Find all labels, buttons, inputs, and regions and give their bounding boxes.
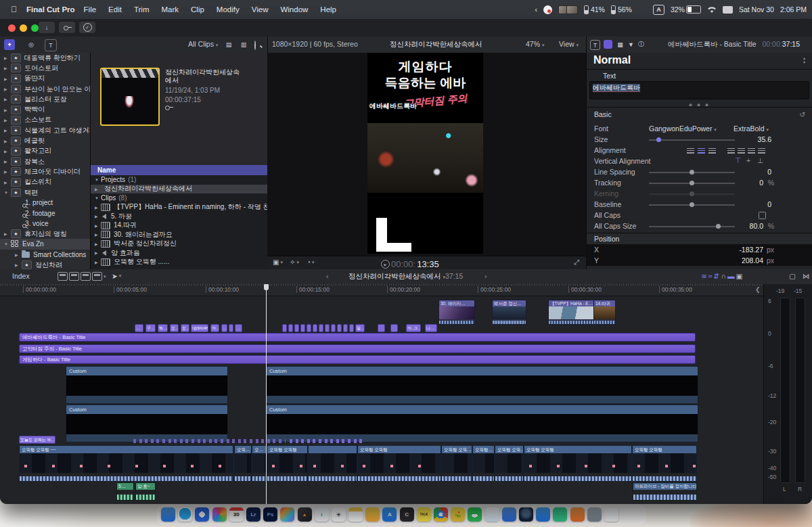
menu-mark[interactable]: Mark [155, 5, 185, 14]
subtitle-title-clip[interactable] [343, 324, 348, 332]
baseline-value[interactable]: 0 [767, 200, 771, 208]
info-inspector-icon[interactable]: ⓘ [637, 40, 646, 49]
device-battery-1[interactable]: 41% [584, 5, 605, 14]
menu-clip[interactable]: Clip [185, 5, 210, 14]
disclosure-triangle-icon[interactable]: ▶ [95, 250, 101, 255]
subtitle-title-clip[interactable]: 오… [181, 324, 189, 332]
subtitle-title-clip[interactable] [294, 324, 299, 332]
index-button[interactable]: Index [12, 272, 30, 280]
clip-filter-popup[interactable]: All Clips ▾ [188, 40, 218, 48]
audio-clip[interactable]: 하트라이브 - 장비를 정지합니다 [633, 482, 697, 501]
snapping-toggle-icon[interactable]: ⇵ [714, 272, 720, 280]
font-weight-popup[interactable]: ExtraBold ▾ [734, 124, 769, 133]
subtitle-title-clip[interactable] [282, 324, 287, 332]
recording-indicator-icon[interactable] [543, 5, 552, 14]
all-caps-size-slider[interactable] [649, 226, 735, 227]
append-edit-icon[interactable] [81, 272, 91, 281]
sidebar-item[interactable]: ▶ ★ 체크아웃 디바이더 [0, 166, 90, 177]
browser-list-row[interactable]: ▶ 박서준 정신차려정신 [91, 239, 267, 249]
dock-app-icon[interactable] [434, 507, 448, 522]
subtitle-title-clip[interactable]: … [235, 324, 242, 332]
size-slider[interactable] [649, 139, 735, 141]
valign-middle-icon[interactable]: + [746, 156, 750, 164]
filmstrip-view-icon[interactable]: ▥ [238, 39, 249, 50]
timeline-project-popup[interactable]: 정신차려이각박한세상속에서 ▾ [348, 272, 445, 281]
filter-inspector-icon[interactable]: ▼ [627, 40, 635, 49]
screenshot-thumbnails[interactable] [558, 5, 578, 14]
justify-icons[interactable] [725, 147, 765, 155]
line-spacing-value[interactable]: 0 [767, 168, 771, 176]
effects-browser-icon[interactable]: ◎ [26, 39, 37, 50]
menu-trim[interactable]: Trim [128, 5, 156, 14]
title-inspector-icon[interactable] [604, 40, 612, 49]
subtitle-title-clip[interactable] [331, 324, 336, 332]
browser-list-row[interactable]: ▶ 30. 왜이러는걸까요 [91, 230, 267, 239]
storyline-clip[interactable]: 오… [252, 445, 267, 482]
dock-app-icon[interactable]: › [315, 507, 329, 522]
browser-list-row[interactable]: ▼ Projects (1) [91, 175, 267, 185]
disclosure-triangle-icon[interactable]: ▶ [15, 262, 22, 267]
subtitle-title-clip[interactable]: 뭐… [158, 324, 168, 332]
disclosure-triangle-icon[interactable]: ▶ [4, 139, 11, 143]
subtitle-title-clip[interactable] [337, 324, 342, 332]
sidebar-item[interactable]: 3. voice [0, 219, 90, 229]
menu-window[interactable]: Window [274, 5, 314, 14]
dock-app-icon[interactable] [178, 507, 192, 522]
dock-app-icon[interactable]: Lr [246, 507, 261, 522]
background-tasks-button[interactable]: ✓ [79, 22, 95, 33]
subtitle-title-clip[interactable]: 오… [170, 324, 179, 332]
browser-list-row[interactable]: ▼ Clips (8) [91, 193, 267, 203]
tool-popup[interactable]: ➤ ▾ [112, 272, 121, 280]
dock-app-icon[interactable]: 30 [229, 507, 244, 522]
disclosure-triangle-icon[interactable]: ▶ [4, 159, 11, 164]
title-clip-small[interactable]: 오늘도 경쾌는 예... [19, 436, 55, 444]
sidebar-item[interactable]: ▶ Smart Collections [0, 250, 90, 260]
font-family-popup[interactable]: GangwonEduPower ▾ [649, 124, 717, 133]
subtitle-title-clip[interactable] [378, 324, 385, 332]
line-spacing-slider[interactable] [649, 172, 735, 173]
dock-app-icon[interactable] [587, 507, 602, 522]
custom-generator-clip[interactable]: Custom [66, 405, 228, 442]
disclosure-triangle-icon[interactable]: ▼ [4, 191, 11, 195]
menu-file[interactable]: File [78, 5, 103, 14]
audio-clip[interactable]: 앙 효~ [135, 482, 156, 501]
disclosure-triangle-icon[interactable]: ▶ [4, 87, 11, 91]
viewer-view-popup[interactable]: View ▾ [559, 40, 579, 48]
storyline-clip[interactable]: 오뚝… [234, 445, 252, 482]
sidebar-item[interactable]: ▼ ★ 택편 [0, 187, 90, 198]
dock-app-icon[interactable] [365, 507, 380, 522]
x-value[interactable]: -183.27 [739, 246, 763, 254]
subtitle-title-clip[interactable] [349, 324, 354, 332]
timeline-ruler[interactable]: 00:00:00:0000:00:05:0000:00:10:0000:00:1… [0, 284, 763, 296]
subtitle-title-clip[interactable] [390, 324, 398, 332]
subtitle-title-clip[interactable]: … [135, 324, 143, 332]
dock-app-icon[interactable]: ⛳ [451, 507, 465, 522]
storyline-clip[interactable]: 오뚝행 오뚝행 [632, 445, 697, 482]
disclosure-triangle-icon[interactable]: ▶ [4, 180, 11, 185]
align-right-icon[interactable] [706, 147, 716, 155]
storyline-clip[interactable]: 오뚝행 오뚝행 [267, 445, 308, 482]
subtitle-title-clip[interactable] [288, 324, 293, 332]
collapse-meters-icon[interactable]: ❮ [755, 286, 761, 293]
sidebar-item[interactable]: ▼ Eva Zn [0, 239, 90, 249]
titles-browser-icon[interactable]: T [45, 39, 57, 51]
skimming-toggle-icon[interactable]: ≋ [701, 272, 707, 280]
clip-skimmer-icon[interactable]: ▣ [736, 272, 742, 280]
align-left-icon[interactable] [684, 147, 694, 155]
browser-name-header[interactable]: Name [91, 165, 267, 175]
wifi-icon[interactable] [707, 6, 717, 14]
reset-icon[interactable]: ↺ [799, 110, 805, 118]
clip-thumbnail[interactable] [100, 68, 160, 126]
valign-bottom-icon[interactable]: ⊥ [757, 156, 763, 164]
sidebar-item[interactable]: 2. footage [0, 208, 90, 218]
dock-app-icon[interactable] [570, 507, 585, 522]
disclosure-triangle-icon[interactable]: ▶ [95, 214, 101, 219]
sidebar-item[interactable]: ▶ ★ 블리스터 포장 [0, 94, 90, 104]
sidebar-item[interactable]: ▶ ★ 소스보트 [0, 115, 90, 125]
sidebar-item[interactable]: ▶ ★ 에글릿 [0, 135, 90, 145]
text-inspector-icon[interactable]: T [590, 40, 600, 50]
dock-app-icon[interactable] [280, 507, 294, 522]
connected-clip[interactable]: 【TVPP】HaHa - E… [548, 300, 595, 325]
sidebar-item[interactable]: ▶ ★ 킬스위치 [0, 177, 90, 187]
transform-tool-popup[interactable]: ▣ ▾ [273, 258, 283, 266]
